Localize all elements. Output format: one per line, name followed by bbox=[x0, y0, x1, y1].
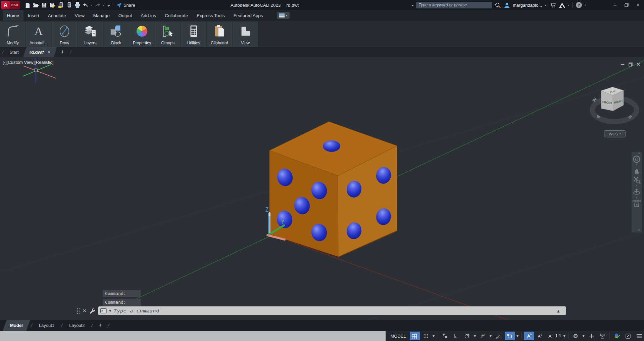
close-window-button[interactable]: × bbox=[634, 0, 642, 10]
search-input[interactable] bbox=[416, 3, 492, 7]
search-box[interactable] bbox=[416, 2, 492, 8]
file-tab-start[interactable]: Start bbox=[5, 47, 22, 57]
wheel-dropdown-icon[interactable]: ▾ bbox=[636, 164, 637, 167]
isometric-dropdown-icon[interactable]: ▼ bbox=[489, 335, 493, 338]
command-input-bar[interactable]: ▼ ▲ bbox=[98, 306, 566, 315]
plot-button[interactable] bbox=[73, 1, 82, 9]
command-input[interactable] bbox=[114, 308, 566, 313]
tab-express-tools[interactable]: Express Tools bbox=[192, 10, 229, 21]
save-as-button[interactable] bbox=[48, 1, 57, 9]
navbar-minimize-icon[interactable]: ⊖ bbox=[638, 228, 642, 232]
undo-dropdown[interactable]: ▾ bbox=[90, 4, 93, 7]
ribbon-display-toggle[interactable]: ▾ bbox=[277, 12, 290, 19]
tab-collaborate[interactable]: Collaborate bbox=[160, 10, 192, 21]
isolate-objects-button[interactable] bbox=[597, 332, 607, 340]
drawing-canvas[interactable]: Z Y X W S E TOP FRONT RIGHT bbox=[0, 57, 644, 341]
tab-annotate[interactable]: Annotate bbox=[44, 10, 70, 21]
viewport-controls-label[interactable]: [-][Custom View][Realistic] bbox=[3, 60, 53, 65]
drawing-viewport[interactable]: Z Y X W S E TOP FRONT RIGHT [-][Custom V… bbox=[0, 57, 644, 341]
tab-home[interactable]: Home bbox=[3, 10, 23, 21]
redo-dropdown[interactable]: ▾ bbox=[102, 4, 105, 7]
navbar-close-icon[interactable]: ✕ bbox=[638, 152, 642, 155]
redo-button[interactable] bbox=[93, 1, 102, 9]
tab-manage[interactable]: Manage bbox=[89, 10, 114, 21]
workspace-dropdown-icon[interactable]: ▼ bbox=[582, 335, 585, 338]
panel-layers[interactable]: Layers bbox=[78, 22, 103, 47]
open-from-web-mobile-button[interactable] bbox=[57, 1, 65, 9]
command-expand-icon[interactable]: ▲ bbox=[557, 309, 560, 313]
close-file-tab-icon[interactable]: ✕ bbox=[47, 50, 51, 54]
tab-model[interactable]: Model bbox=[3, 320, 30, 331]
save-to-web-mobile-button[interactable] bbox=[65, 1, 73, 9]
tab-add-ins[interactable]: Add-ins bbox=[136, 10, 160, 21]
annotation-scale-value[interactable]: 1:1 bbox=[555, 334, 561, 338]
zoom-icon[interactable] bbox=[633, 175, 641, 184]
file-tab-active[interactable]: rd.dwt* ✕ bbox=[23, 47, 57, 57]
grid-display-button[interactable] bbox=[410, 332, 420, 340]
command-prompt-icon[interactable] bbox=[100, 308, 107, 313]
command-customize-wrench-icon[interactable] bbox=[89, 308, 96, 314]
annotation-scale-button[interactable] bbox=[546, 332, 554, 340]
share-button[interactable]: Share bbox=[116, 2, 135, 8]
infer-constraints-button[interactable] bbox=[440, 332, 450, 340]
polar-dropdown-icon[interactable]: ▼ bbox=[473, 335, 477, 338]
polar-tracking-button[interactable] bbox=[462, 332, 472, 340]
graphics-performance-button[interactable] bbox=[612, 332, 622, 340]
isometric-drafting-button[interactable] bbox=[478, 332, 488, 340]
annotation-visibility-button[interactable] bbox=[524, 332, 534, 340]
showmotion-icon[interactable] bbox=[632, 200, 641, 208]
object-snap-button[interactable] bbox=[505, 332, 515, 340]
minimize-window-button[interactable]: − bbox=[611, 0, 620, 10]
command-drag-grip[interactable] bbox=[77, 308, 80, 314]
new-file-button[interactable] bbox=[23, 1, 32, 9]
panel-groups[interactable]: Groups bbox=[155, 22, 181, 47]
tab-output[interactable]: Output bbox=[114, 10, 137, 21]
object-snap-dropdown-icon[interactable]: ▼ bbox=[516, 335, 519, 338]
horizontal-scrollbar[interactable] bbox=[0, 331, 386, 341]
open-file-button[interactable] bbox=[32, 1, 40, 9]
autocad-logo[interactable]: A CAD bbox=[1, 1, 20, 9]
pan-hand-icon[interactable] bbox=[633, 167, 641, 175]
undo-button[interactable] bbox=[82, 1, 90, 9]
panel-view[interactable]: View bbox=[233, 22, 258, 47]
panel-draw[interactable]: Draw bbox=[52, 22, 77, 47]
new-layout-button[interactable]: + bbox=[99, 322, 102, 329]
new-drawing-tab-button[interactable]: + bbox=[61, 48, 64, 56]
wcs-dropdown[interactable]: WCS ▾ bbox=[604, 130, 626, 137]
tab-featured-apps[interactable]: Featured Apps bbox=[229, 10, 267, 21]
tab-layout2[interactable]: Layout2 bbox=[65, 320, 89, 331]
tab-layout1[interactable]: Layout1 bbox=[35, 320, 58, 331]
viewport-close-icon[interactable]: ✕ bbox=[636, 61, 641, 68]
restore-window-button[interactable] bbox=[622, 0, 631, 10]
annotation-monitor-button[interactable] bbox=[586, 332, 596, 340]
tab-view[interactable]: View bbox=[70, 10, 89, 21]
panel-modify[interactable]: Modify bbox=[0, 22, 26, 47]
command-close-icon[interactable]: ✕ bbox=[83, 308, 87, 313]
ortho-mode-button[interactable] bbox=[451, 332, 461, 340]
orbit-dropdown-icon[interactable]: ▾ bbox=[636, 197, 637, 200]
panel-utilities[interactable]: Utilities bbox=[181, 22, 206, 47]
help-button[interactable]: ? ▾ bbox=[576, 2, 587, 8]
snap-dropdown-icon[interactable]: ▼ bbox=[432, 335, 436, 338]
customization-button[interactable] bbox=[634, 332, 644, 340]
panel-annotation[interactable]: A Annotati... bbox=[26, 22, 51, 47]
panel-clipboard[interactable]: Clipboard bbox=[207, 22, 232, 47]
tab-insert[interactable]: Insert bbox=[23, 10, 44, 21]
viewcube[interactable]: W S E TOP FRONT RIGHT bbox=[591, 87, 637, 122]
viewport-restore-icon[interactable] bbox=[629, 62, 633, 67]
snap-mode-button[interactable] bbox=[421, 332, 431, 340]
recent-commands-caret-icon[interactable]: ▼ bbox=[109, 309, 111, 312]
save-button[interactable] bbox=[40, 1, 48, 9]
panel-block[interactable]: Block bbox=[103, 22, 129, 47]
object-snap-tracking-button[interactable] bbox=[494, 332, 504, 340]
navigation-wheel-icon[interactable] bbox=[633, 155, 641, 164]
zoom-dropdown-icon[interactable]: ▾ bbox=[636, 184, 637, 187]
model-space-button[interactable]: MODEL bbox=[388, 334, 408, 339]
user-account-button[interactable]: margaridaplo... ▾ bbox=[504, 2, 547, 8]
viewport-minimize-icon[interactable]: − bbox=[620, 61, 625, 68]
workspace-switching-button[interactable]: ⚙ bbox=[571, 332, 581, 340]
orbit-icon[interactable] bbox=[633, 187, 641, 197]
clean-screen-button[interactable] bbox=[623, 332, 633, 340]
scale-dropdown-icon[interactable]: ▼ bbox=[562, 335, 566, 338]
panel-properties[interactable]: Properties bbox=[129, 22, 155, 47]
